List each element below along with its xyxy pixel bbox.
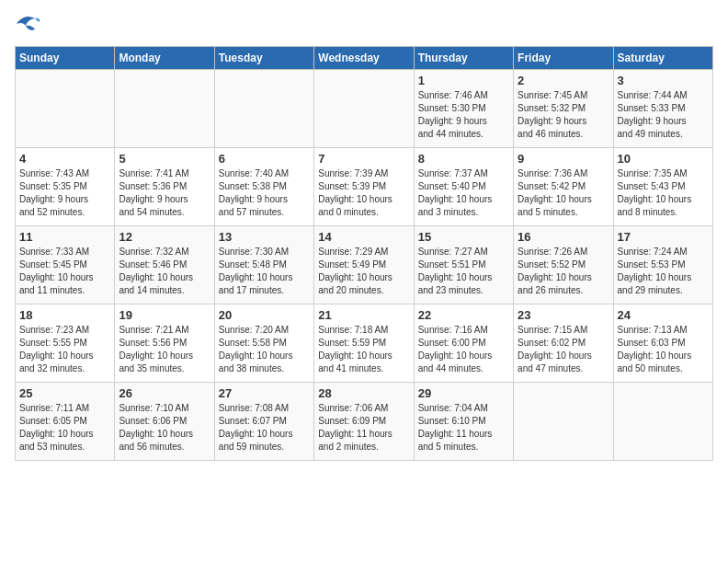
week-row-5: 25Sunrise: 7:11 AM Sunset: 6:05 PM Dayli… [16,383,713,461]
calendar-cell: 5Sunrise: 7:41 AM Sunset: 5:36 PM Daylig… [115,148,214,226]
calendar-cell [314,70,414,148]
day-number: 9 [518,152,609,166]
day-number: 26 [119,386,210,400]
calendar-cell: 12Sunrise: 7:32 AM Sunset: 5:46 PM Dayli… [115,226,214,304]
calendar-cell: 27Sunrise: 7:08 AM Sunset: 6:07 PM Dayli… [214,383,313,461]
day-number: 13 [219,230,310,244]
day-number: 28 [318,386,409,400]
day-number: 29 [418,386,509,400]
calendar-cell: 7Sunrise: 7:39 AM Sunset: 5:39 PM Daylig… [314,148,414,226]
column-header-sunday: Sunday [16,47,115,70]
day-info: Sunrise: 7:20 AM Sunset: 5:58 PM Dayligh… [219,324,310,375]
day-info: Sunrise: 7:24 AM Sunset: 5:53 PM Dayligh… [618,246,709,297]
column-header-thursday: Thursday [414,47,513,70]
day-info: Sunrise: 7:15 AM Sunset: 6:02 PM Dayligh… [518,324,609,375]
day-info: Sunrise: 7:41 AM Sunset: 5:36 PM Dayligh… [119,167,210,219]
day-number: 14 [318,230,409,244]
day-info: Sunrise: 7:40 AM Sunset: 5:38 PM Dayligh… [219,167,310,219]
calendar-cell: 23Sunrise: 7:15 AM Sunset: 6:02 PM Dayli… [514,304,613,383]
calendar-cell [16,70,115,148]
day-number: 17 [618,230,709,244]
day-info: Sunrise: 7:45 AM Sunset: 5:32 PM Dayligh… [518,89,609,141]
day-number: 18 [19,308,110,322]
calendar-cell: 18Sunrise: 7:23 AM Sunset: 5:55 PM Dayli… [16,304,115,383]
calendar-cell: 24Sunrise: 7:13 AM Sunset: 6:03 PM Dayli… [613,304,712,383]
calendar-cell: 22Sunrise: 7:16 AM Sunset: 6:00 PM Dayli… [414,304,513,383]
day-info: Sunrise: 7:33 AM Sunset: 5:45 PM Dayligh… [19,246,110,297]
column-header-wednesday: Wednesday [314,47,414,70]
calendar-cell [214,70,313,148]
day-number: 1 [418,74,509,87]
week-row-4: 18Sunrise: 7:23 AM Sunset: 5:55 PM Dayli… [16,304,713,383]
calendar-cell: 1Sunrise: 7:46 AM Sunset: 5:30 PM Daylig… [414,70,513,148]
day-info: Sunrise: 7:08 AM Sunset: 6:07 PM Dayligh… [219,402,310,454]
calendar-cell: 11Sunrise: 7:33 AM Sunset: 5:45 PM Dayli… [16,226,115,304]
calendar-table: SundayMondayTuesdayWednesdayThursdayFrid… [15,46,713,461]
day-info: Sunrise: 7:04 AM Sunset: 6:10 PM Dayligh… [418,402,509,454]
logo [15,15,44,35]
calendar-cell: 29Sunrise: 7:04 AM Sunset: 6:10 PM Dayli… [414,383,513,461]
calendar-cell: 16Sunrise: 7:26 AM Sunset: 5:52 PM Dayli… [514,226,613,304]
calendar-cell: 6Sunrise: 7:40 AM Sunset: 5:38 PM Daylig… [214,148,313,226]
day-info: Sunrise: 7:16 AM Sunset: 6:00 PM Dayligh… [418,324,509,375]
day-number: 22 [418,308,509,322]
day-number: 24 [618,308,709,322]
day-info: Sunrise: 7:44 AM Sunset: 5:33 PM Dayligh… [618,89,709,141]
day-info: Sunrise: 7:39 AM Sunset: 5:39 PM Dayligh… [318,167,409,219]
day-number: 27 [219,386,310,400]
day-info: Sunrise: 7:43 AM Sunset: 5:35 PM Dayligh… [19,167,110,219]
calendar-cell: 26Sunrise: 7:10 AM Sunset: 6:06 PM Dayli… [115,383,214,461]
column-header-monday: Monday [115,47,214,70]
page-header [15,15,713,35]
day-number: 23 [518,308,609,322]
day-info: Sunrise: 7:21 AM Sunset: 5:56 PM Dayligh… [119,324,210,375]
day-info: Sunrise: 7:30 AM Sunset: 5:48 PM Dayligh… [219,246,310,297]
day-info: Sunrise: 7:10 AM Sunset: 6:06 PM Dayligh… [119,402,210,454]
calendar-cell: 21Sunrise: 7:18 AM Sunset: 5:59 PM Dayli… [314,304,414,383]
week-row-2: 4Sunrise: 7:43 AM Sunset: 5:35 PM Daylig… [16,148,713,226]
day-number: 2 [518,74,609,87]
day-number: 25 [19,386,110,400]
calendar-cell: 9Sunrise: 7:36 AM Sunset: 5:42 PM Daylig… [514,148,613,226]
calendar-cell: 15Sunrise: 7:27 AM Sunset: 5:51 PM Dayli… [414,226,513,304]
day-number: 20 [219,308,310,322]
day-info: Sunrise: 7:27 AM Sunset: 5:51 PM Dayligh… [418,246,509,297]
calendar-cell: 4Sunrise: 7:43 AM Sunset: 5:35 PM Daylig… [16,148,115,226]
column-header-saturday: Saturday [613,47,712,70]
header-row: SundayMondayTuesdayWednesdayThursdayFrid… [16,47,713,70]
calendar-cell: 10Sunrise: 7:35 AM Sunset: 5:43 PM Dayli… [613,148,712,226]
day-number: 12 [119,230,210,244]
day-number: 11 [19,230,110,244]
calendar-cell [115,70,214,148]
day-number: 16 [518,230,609,244]
day-number: 8 [418,152,509,166]
day-number: 7 [318,152,409,166]
calendar-cell: 2Sunrise: 7:45 AM Sunset: 5:32 PM Daylig… [514,70,613,148]
calendar-cell: 14Sunrise: 7:29 AM Sunset: 5:49 PM Dayli… [314,226,414,304]
day-number: 3 [618,74,709,87]
calendar-cell: 25Sunrise: 7:11 AM Sunset: 6:05 PM Dayli… [16,383,115,461]
day-number: 21 [318,308,409,322]
day-info: Sunrise: 7:06 AM Sunset: 6:09 PM Dayligh… [318,402,409,454]
day-number: 15 [418,230,509,244]
logo-icon [15,15,40,35]
calendar-cell: 28Sunrise: 7:06 AM Sunset: 6:09 PM Dayli… [314,383,414,461]
day-number: 19 [119,308,210,322]
day-info: Sunrise: 7:26 AM Sunset: 5:52 PM Dayligh… [518,246,609,297]
day-info: Sunrise: 7:29 AM Sunset: 5:49 PM Dayligh… [318,246,409,297]
calendar-cell [613,383,712,461]
day-info: Sunrise: 7:18 AM Sunset: 5:59 PM Dayligh… [318,324,409,375]
week-row-1: 1Sunrise: 7:46 AM Sunset: 5:30 PM Daylig… [16,70,713,148]
calendar-cell: 13Sunrise: 7:30 AM Sunset: 5:48 PM Dayli… [214,226,313,304]
day-info: Sunrise: 7:46 AM Sunset: 5:30 PM Dayligh… [418,89,509,141]
calendar-cell: 8Sunrise: 7:37 AM Sunset: 5:40 PM Daylig… [414,148,513,226]
calendar-cell: 20Sunrise: 7:20 AM Sunset: 5:58 PM Dayli… [214,304,313,383]
day-info: Sunrise: 7:35 AM Sunset: 5:43 PM Dayligh… [618,167,709,219]
day-info: Sunrise: 7:32 AM Sunset: 5:46 PM Dayligh… [119,246,210,297]
day-number: 10 [618,152,709,166]
day-info: Sunrise: 7:11 AM Sunset: 6:05 PM Dayligh… [19,402,110,454]
day-number: 5 [119,152,210,166]
day-info: Sunrise: 7:13 AM Sunset: 6:03 PM Dayligh… [618,324,709,375]
calendar-cell: 3Sunrise: 7:44 AM Sunset: 5:33 PM Daylig… [613,70,712,148]
day-info: Sunrise: 7:36 AM Sunset: 5:42 PM Dayligh… [518,167,609,219]
